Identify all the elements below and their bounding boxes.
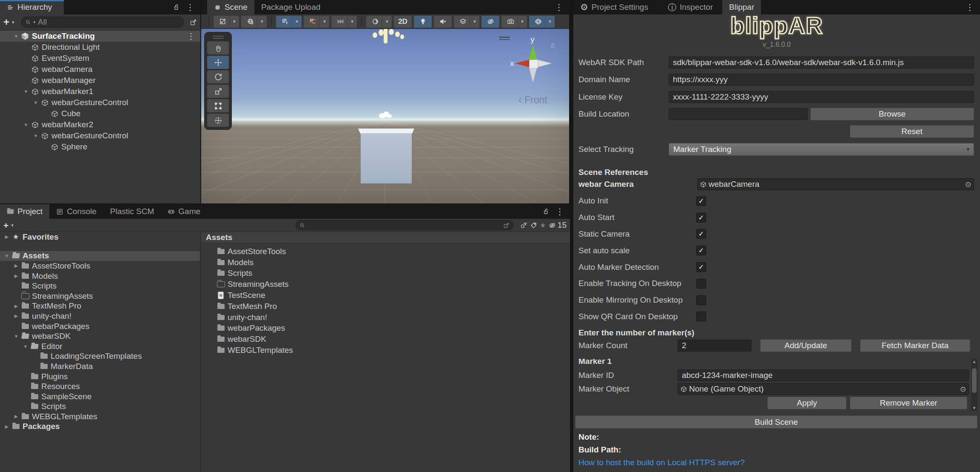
scroll-down-icon[interactable]: ▼: [971, 406, 977, 410]
set-auto-scale-checkbox[interactable]: ✓: [696, 246, 706, 255]
expander-icon[interactable]: ▼: [12, 34, 20, 39]
project-tree-row[interactable]: ▶unity-chan!: [0, 311, 200, 321]
build-scene-button[interactable]: Build Scene: [575, 415, 977, 429]
project-tree-row[interactable]: ▶★Favorites: [0, 232, 200, 242]
domain-name-input[interactable]: https://xxxx.yyy: [669, 74, 974, 86]
project-tree-row[interactable]: ▼Editor: [0, 341, 200, 352]
marker-scrollbar[interactable]: ▲ ▼: [971, 359, 977, 411]
camera-settings-dropdown[interactable]: ▾: [517, 16, 527, 28]
object-picker-icon[interactable]: ⊙: [963, 179, 974, 190]
tool-handle-position-button[interactable]: [214, 16, 231, 28]
transform-tool-button[interactable]: [207, 114, 229, 127]
overlay-drag-handle[interactable]: [205, 34, 231, 40]
hierarchy-row[interactable]: ▼webarMarker1: [0, 86, 200, 97]
scene-effects-dropdown[interactable]: ▾: [470, 16, 479, 28]
webar-camera-object-field[interactable]: webarCamera ⊙: [697, 178, 974, 190]
snap-increment-dropdown[interactable]: ▾: [347, 16, 357, 28]
enable-mirroring-on-desktop-checkbox[interactable]: [696, 295, 706, 305]
auto-start-checkbox[interactable]: ✓: [696, 213, 706, 223]
object-picker-icon[interactable]: ⊙: [957, 383, 969, 395]
rect-tool-button[interactable]: [207, 99, 229, 112]
camera-settings-button[interactable]: [501, 16, 519, 28]
grid-visibility-dropdown[interactable]: ▾: [292, 16, 302, 28]
project-tree-row[interactable]: ▶WEBGLTemplates: [0, 412, 200, 422]
gizmo-x-axis[interactable]: [515, 60, 530, 67]
reset-button[interactable]: Reset: [850, 125, 974, 138]
expander-icon[interactable]: ▶: [3, 424, 11, 429]
project-tree-row[interactable]: MarkerData: [0, 361, 200, 372]
gizmo-center-cube[interactable]: [529, 60, 538, 69]
project-tree-row[interactable]: Scripts: [0, 281, 200, 291]
tool-handle-rotation-button[interactable]: [241, 16, 259, 28]
https-help-link[interactable]: How to host the build on Local HTTPS ser…: [578, 458, 745, 467]
marker-object-field[interactable]: None (Game Object) ⊙: [678, 383, 969, 395]
expander-icon[interactable]: ▼: [3, 253, 11, 258]
tab-scene[interactable]: Scene: [207, 0, 254, 14]
expander-icon[interactable]: ▶: [12, 263, 20, 269]
row-kebab-icon[interactable]: ⋮: [187, 32, 200, 40]
asset-item[interactable]: webarPackages: [201, 323, 570, 334]
project-tree-row[interactable]: ▶AssetStoreTools: [0, 261, 200, 271]
auto-init-checkbox[interactable]: ✓: [696, 196, 706, 206]
project-tree-row[interactable]: LoadingScreenTemplates: [0, 352, 200, 362]
project-tree-row[interactable]: Plugins: [0, 372, 200, 382]
marker-id-input[interactable]: abcd-1234-marker-image: [678, 369, 969, 381]
project-tree-row[interactable]: ▶Packages: [0, 422, 200, 432]
project-tree-row[interactable]: SampleScene: [0, 392, 200, 402]
apply-button[interactable]: Apply: [767, 397, 846, 409]
asset-item[interactable]: Scripts: [201, 268, 570, 279]
fetch-marker-data-button[interactable]: Fetch Marker Data: [860, 339, 970, 352]
hierarchy-row[interactable]: Sphere: [0, 141, 200, 152]
expander-icon[interactable]: ▶: [3, 234, 11, 240]
project-tree-row[interactable]: ▶Models: [0, 271, 200, 281]
project-tree-row[interactable]: ▼webarSDK: [0, 331, 200, 341]
lock-icon[interactable]: [173, 4, 180, 11]
scale-tool-button[interactable]: [207, 85, 229, 98]
expander-icon[interactable]: ▶: [12, 414, 20, 419]
hierarchy-row[interactable]: Directional Light: [0, 42, 200, 53]
hierarchy-row[interactable]: ▼SurfaceTracking⋮: [0, 31, 200, 42]
asset-item[interactable]: WEBGLTemplates: [201, 345, 570, 356]
create-dropdown-icon[interactable]: ▾: [12, 20, 14, 25]
enable-tracking-on-desktop-checkbox[interactable]: [696, 279, 706, 289]
scene-effects-button[interactable]: [454, 16, 472, 28]
grid-visibility-button[interactable]: [276, 16, 294, 28]
tab-hierarchy[interactable]: Hierarchy: [0, 0, 64, 14]
tool-handle-rotation-dropdown[interactable]: ▾: [257, 16, 267, 28]
create-button[interactable]: +: [3, 221, 9, 230]
expander-icon[interactable]: ▶: [12, 313, 20, 319]
scene-visibility-button[interactable]: [481, 16, 499, 28]
create-dropdown-icon[interactable]: ▾: [11, 223, 14, 228]
marker-count-input[interactable]: 2: [678, 340, 752, 352]
expander-icon[interactable]: ▼: [31, 133, 40, 138]
project-tree-row[interactable]: webarPackages: [0, 321, 200, 332]
expander-icon[interactable]: ▼: [22, 122, 30, 127]
scrollbar-thumb[interactable]: [972, 368, 977, 393]
build-location-input[interactable]: [669, 108, 808, 120]
tab-console[interactable]: Console: [49, 204, 103, 219]
scene-viewport[interactable]: y x ‹ Front: [201, 29, 569, 203]
hand-tool-button[interactable]: [207, 41, 229, 54]
gizmo-drag-handle[interactable]: [499, 37, 510, 40]
project-search-input[interactable]: [296, 220, 513, 230]
asset-item[interactable]: Models: [201, 257, 570, 268]
draw-mode-button[interactable]: [366, 16, 384, 28]
gizmo-y-axis[interactable]: [529, 45, 537, 60]
hierarchy-row[interactable]: webarManager: [0, 75, 200, 86]
asset-item[interactable]: webarSDK: [201, 334, 570, 345]
gizmo-down-axis[interactable]: [529, 68, 537, 83]
open-new-window-icon[interactable]: [190, 19, 197, 26]
gizmo-lock-icon[interactable]: [550, 43, 556, 49]
project-tree-row[interactable]: Resources: [0, 381, 200, 392]
scene-lighting-button[interactable]: [414, 16, 432, 28]
expander-icon[interactable]: ▼: [31, 100, 40, 105]
select-tracking-dropdown[interactable]: Marker Tracking▾: [669, 143, 974, 156]
expander-icon[interactable]: ▼: [21, 344, 30, 349]
hierarchy-row[interactable]: ▼webarMarker2: [0, 119, 200, 130]
search-filter-dropdown-icon[interactable]: ▾: [34, 20, 36, 24]
add-update-button[interactable]: Add/Update: [760, 339, 852, 352]
hierarchy-row[interactable]: ▼webarGestureControl: [0, 130, 200, 141]
remove-marker-button[interactable]: Remove Marker: [850, 397, 967, 409]
gizmos-button[interactable]: [529, 16, 547, 28]
expander-icon[interactable]: ▶: [12, 273, 20, 279]
